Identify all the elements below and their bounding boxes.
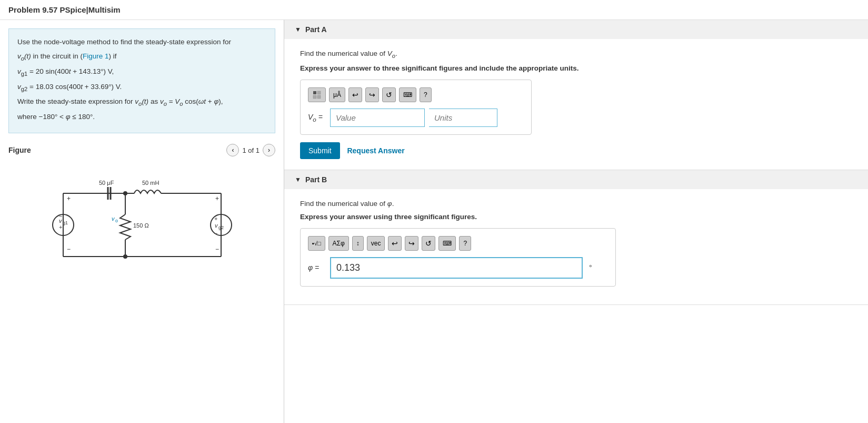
request-answer-link[interactable]: Request Answer (347, 146, 404, 155)
part-a-section: ▼ Part A Find the numerical value of Vo.… (284, 20, 868, 170)
problem-box: Use the node-voltage method to find the … (8, 28, 275, 133)
svg-rect-30 (313, 91, 316, 94)
svg-rect-31 (317, 91, 321, 94)
part-a-input-row: Vo = (308, 109, 524, 127)
part-b-input-label: φ = (308, 263, 324, 272)
part-a-arrow: ▼ (295, 26, 301, 33)
refresh-b-button[interactable]: ↺ (422, 236, 435, 251)
problem-text-1: Use the node-voltage method to find the … (17, 36, 266, 48)
problem-text-4: where −180° < φ ≤ 180°. (17, 111, 266, 123)
matrix-icon (312, 90, 322, 100)
bottom-node-dot (123, 254, 127, 259)
vo-label: v (112, 215, 115, 222)
svg-text:v: v (215, 222, 218, 229)
refresh-icon: ↺ (386, 91, 392, 99)
part-b-description: Find the numerical value of φ. (300, 200, 852, 208)
svg-text:+: + (67, 195, 71, 202)
resistor-label: 150 Ω (133, 222, 149, 229)
svg-text:−: − (215, 245, 219, 253)
part-b-section: ▼ Part B Find the numerical value of φ. … (284, 170, 868, 305)
degree-symbol: ° (589, 263, 592, 272)
svg-text:+: + (59, 224, 62, 230)
figure-nav: ‹ 1 of 1 › (226, 144, 275, 156)
svg-text:+: + (215, 195, 219, 202)
part-b-answer-box: ▪√□ ΑΣφ ↕ vec ↩ (300, 228, 616, 287)
submit-button[interactable]: Submit (300, 142, 340, 159)
help-b-button[interactable]: ? (459, 236, 471, 251)
part-a-value-input[interactable] (330, 109, 425, 127)
keyboard-icon: ⌨ (403, 91, 412, 99)
svg-text:g2: g2 (218, 225, 224, 230)
vec-icon: vec (371, 240, 381, 247)
figure-header: Figure ‹ 1 of 1 › (8, 144, 275, 156)
part-a-description: Find the numerical value of Vo. (300, 50, 852, 59)
capacitor-label: 50 μF (99, 180, 114, 186)
part-a-label: Part A (305, 25, 327, 34)
part-a-actions: Submit Request Answer (300, 142, 852, 159)
figure-page: 1 of 1 (242, 146, 260, 154)
next-figure-button[interactable]: › (263, 144, 275, 156)
part-a-units-input[interactable] (429, 109, 497, 127)
matrix-b-button[interactable]: ▪√□ (308, 236, 325, 251)
problem-eq2: vg2 = 18.03 cos(400t + 33.69°) V. (17, 81, 266, 94)
part-a-content: Find the numerical value of Vo. Express … (284, 39, 868, 170)
figure-link[interactable]: Figure 1 (83, 52, 109, 60)
part-b-arrow: ▼ (295, 176, 301, 183)
svg-text:+: + (214, 215, 217, 222)
refresh-b-icon: ↺ (425, 239, 432, 248)
part-b-value-input[interactable] (330, 257, 583, 279)
inductor-label: 50 mH (142, 180, 159, 186)
help-b-icon: ? (463, 240, 467, 247)
figure-section: Figure ‹ 1 of 1 › (8, 144, 275, 278)
mu-icon: μÂ (333, 91, 341, 99)
prev-figure-button[interactable]: ‹ (226, 144, 239, 156)
redo-b-icon: ↪ (408, 239, 415, 248)
redo-icon: ↪ (369, 91, 375, 99)
part-a-answer-box: μÂ ↩ ↪ ↺ ⌨ (300, 80, 532, 135)
part-b-label: Part B (305, 175, 327, 184)
part-b-header[interactable]: ▼ Part B (284, 170, 868, 189)
refresh-button[interactable]: ↺ (382, 87, 396, 102)
page-title: Problem 9.57 PSpice|Multisim (0, 0, 868, 20)
part-b-content: Find the numerical value of φ. Express y… (284, 189, 868, 304)
arrows-button[interactable]: ↕ (352, 236, 364, 251)
undo-b-icon: ↩ (392, 239, 398, 248)
matrix-b-icon: ▪√□ (312, 240, 321, 247)
arrows-icon: ↕ (356, 240, 360, 247)
right-panel: ▼ Part A Find the numerical value of Vo.… (284, 20, 868, 423)
vec-button[interactable]: vec (367, 236, 385, 251)
redo-b-button[interactable]: ↪ (405, 236, 418, 251)
matrix-button[interactable] (308, 87, 326, 102)
svg-rect-33 (317, 95, 321, 99)
svg-text:g1: g1 (63, 220, 68, 225)
mu-button[interactable]: μÂ (329, 87, 345, 102)
circuit-diagram: 50 μF 50 mH (32, 162, 253, 278)
help-button[interactable]: ? (420, 87, 432, 102)
help-icon: ? (424, 91, 427, 99)
part-b-instruction: Express your answer using three signific… (300, 213, 852, 221)
part-a-header[interactable]: ▼ Part A (284, 20, 868, 39)
undo-icon: ↩ (352, 91, 358, 99)
keyboard-button[interactable]: ⌨ (399, 87, 416, 102)
part-a-instruction: Express your answer to three significant… (300, 64, 852, 72)
part-b-toolbar: ▪√□ ΑΣφ ↕ vec ↩ (308, 236, 608, 251)
problem-eq1: vg1 = 20 sin(400t + 143.13°) V, (17, 66, 266, 79)
keyboard-b-button[interactable]: ⌨ (438, 236, 456, 251)
part-a-toolbar: μÂ ↩ ↪ ↺ ⌨ (308, 87, 524, 102)
svg-text:−: − (67, 245, 71, 253)
alpha-button[interactable]: ΑΣφ (328, 236, 349, 251)
part-a-input-label: Vo = (308, 113, 324, 123)
alpha-icon: ΑΣφ (333, 240, 345, 247)
problem-text-2: vo(t) in the circuit in (Figure 1) if (17, 51, 266, 64)
keyboard-b-icon: ⌨ (443, 240, 452, 247)
undo-button[interactable]: ↩ (348, 87, 362, 102)
redo-button[interactable]: ↪ (365, 87, 379, 102)
svg-text:−: − (59, 213, 62, 219)
part-b-input-row: φ = ° (308, 257, 608, 279)
undo-b-button[interactable]: ↩ (388, 236, 402, 251)
figure-label: Figure (8, 146, 31, 154)
svg-text:−: − (214, 230, 217, 237)
left-panel: Use the node-voltage method to find the … (0, 20, 284, 423)
vo-subscript: o (115, 218, 118, 223)
svg-rect-32 (313, 95, 316, 99)
